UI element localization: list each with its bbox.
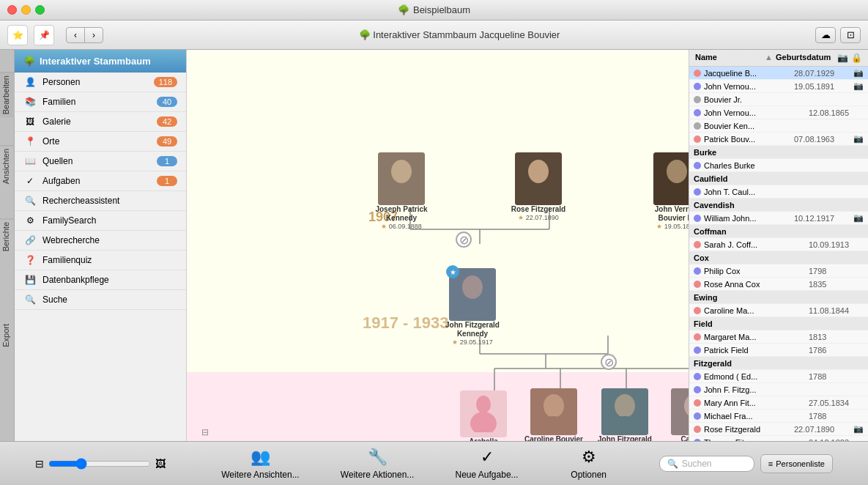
person-rose-date: ★ 22.07.1890 (505, 214, 571, 221)
optionen-button[interactable]: ⚙ Optionen (560, 448, 618, 480)
list-item[interactable]: John F. Fitzg... (689, 383, 868, 396)
person-john-bouvier[interactable]: John Vernou Bouvier III. ★ 19.05.1891 (644, 152, 689, 230)
list-item[interactable]: Michael Fra... 1788 (689, 410, 868, 423)
sidebar-item-galerie[interactable]: 🖼 Galerie 42 (15, 112, 186, 132)
sidebar-item-aufgaben[interactable]: ✓ Aufgaben 1 (15, 171, 186, 191)
gallery-icon: 🖼 (23, 116, 37, 127)
person-joseph-kennedy[interactable]: Joseph Patrick Kennedy ★ 06.09.1888 (368, 152, 434, 230)
person-rose-fitzgerald[interactable]: Rose Fitzgerald ★ 22.07.1890 (505, 152, 571, 221)
section-header-fitzgerald: Fitzgerald (689, 357, 868, 370)
list-item[interactable]: Margaret Ma... 1813 (689, 330, 868, 344)
tasks-icon: ✓ (23, 176, 37, 186)
titlebar: 🌳 Beispielbaum (0, 0, 868, 21)
person-dot (694, 399, 701, 407)
sidebar-item-recherche[interactable]: 🔍 Rechercheassistent (15, 191, 186, 211)
zoom-in-icon[interactable]: 🖼 (155, 458, 166, 470)
tree-area[interactable]: 1917 - 1933 1956 - 1966 1907 ⊘ ⊘ ⊘ ⊘ Jos… (187, 50, 689, 441)
zoom-out-icon[interactable]: ⊟ (35, 458, 44, 470)
sidebar-label-quiz: Familienquiz (42, 255, 177, 265)
list-item[interactable]: Rose Anna Cox 1835 (689, 278, 868, 291)
list-item[interactable]: John Vernou... 19.05.1891 📷 (689, 80, 868, 93)
search-input[interactable]: 🔍 Suchen (659, 456, 754, 472)
maximize-button[interactable] (35, 5, 45, 15)
sidebar-item-webrecherche[interactable]: 🔗 Webrecherche (15, 231, 186, 251)
person-arabella[interactable]: Arabella Kennedy ★ 1956 (454, 390, 513, 441)
list-item[interactable]: Jacqueline B... 28.07.1929 📷 (689, 67, 868, 80)
sources-icon: 📖 (23, 156, 37, 166)
sidebar-item-orte[interactable]: 📍 Orte 49 (15, 132, 186, 152)
sidebar-item-familienquiz[interactable]: ❓ Familienquiz (15, 251, 186, 270)
list-item[interactable]: John Vernou... 12.08.1865 (689, 106, 868, 119)
sidebar-badge-quellen: 1 (157, 156, 177, 166)
person-carolyn-name: Carolyn BESSETTE (661, 435, 689, 441)
list-item[interactable]: William John... 10.12.1917 📷 (689, 212, 868, 225)
pin-button[interactable]: 📌 (34, 25, 54, 45)
optionen-icon: ⚙ (582, 448, 596, 467)
personlist-button[interactable]: ≡ Personenliste (760, 454, 833, 473)
section-header-caulfield: Caulfield (689, 172, 868, 185)
list-item[interactable]: Sarah J. Coff... 10.09.1913 (689, 238, 868, 251)
list-item[interactable]: Caroline Ma... 11.08.1844 (689, 304, 868, 317)
list-item[interactable]: Bouvier Ken... (689, 119, 868, 133)
sidebar-item-datenbankpflege[interactable]: 💾 Datenbankpflege (15, 270, 186, 290)
location-icon: 📍 (23, 136, 37, 147)
person-dot (694, 215, 701, 222)
section-header-ewing: Ewing (689, 291, 868, 304)
sidebar-item-quellen[interactable]: 📖 Quellen 1 (15, 152, 186, 171)
sidebar-badge-personen: 118 (154, 77, 177, 87)
person-dot (694, 96, 701, 103)
person-carolyn-bessette[interactable]: Carolyn BESSETTE ★ 07.01.1966 (661, 388, 689, 441)
person-dot (694, 307, 701, 314)
neue-aufgabe-button[interactable]: ✓ Neue Aufgabe... (455, 448, 518, 480)
sidebar-item-familien[interactable]: 📚 Familien 40 (15, 92, 186, 112)
person-arabella-name: Arabella Kennedy (454, 437, 513, 441)
forward-button[interactable]: › (84, 27, 103, 43)
list-item[interactable]: Patrick Bouv... 07.08.1963 📷 (689, 133, 868, 146)
minimize-button[interactable] (21, 5, 31, 15)
ansichten-label: Weitere Ansichten... (221, 470, 300, 480)
sidebar-item-familysearch[interactable]: ⚙ FamilySearch (15, 211, 186, 231)
bottom-toolbar: ⊟ 🖼 👥 Weitere Ansichten... 🔧 Weitere Akt… (0, 441, 868, 485)
list-item[interactable]: Rose Fitzgerald 22.07.1890 📷 (689, 423, 868, 436)
list-item[interactable]: Patrick Field 1786 (689, 344, 868, 357)
window-button[interactable]: ⊡ (840, 27, 861, 43)
star-button[interactable]: ⭐ (7, 25, 28, 45)
aktionen-icon: 🔧 (368, 448, 387, 467)
list-item[interactable]: Edmond ( Ed... 1788 (689, 370, 868, 383)
cloud-button[interactable]: ☁ (815, 27, 836, 43)
weitere-ansichten-button[interactable]: 👥 Weitere Ansichten... (221, 448, 300, 480)
person-jfk[interactable]: ★ John Fitzgerald Kennedy ★ 29.05.1917 (436, 268, 509, 346)
svg-point-19 (391, 160, 412, 183)
close-button[interactable] (7, 5, 17, 15)
tab-bearbeiten[interactable]: Bearbeiten (0, 72, 15, 117)
list-item[interactable]: Bouvier Jr. (689, 93, 868, 106)
list-item[interactable]: Charles Burke (689, 159, 868, 172)
person-icon: 👤 (23, 77, 37, 87)
list-item[interactable]: Mary Ann Fit... 27.05.1834 (689, 396, 868, 410)
zoom-slider[interactable] (48, 458, 151, 470)
list-item[interactable]: Philip Cox 1798 (689, 264, 868, 278)
back-button[interactable]: ‹ (66, 27, 85, 43)
tab-export[interactable]: Export (0, 321, 15, 350)
tab-ansichten[interactable]: Ansichten (0, 145, 15, 187)
sidebar-item-suche[interactable]: 🔍 Suche (15, 290, 186, 310)
list-item[interactable]: Thomas Fitz... 04.12.1823 (689, 436, 868, 441)
sidebar-item-personen[interactable]: 👤 Personen 118 (15, 73, 186, 92)
person-caroline-kennedy[interactable]: Caroline Bouvier (Kennedy) ★ 27.11.1957 (521, 388, 587, 441)
person-dot (694, 333, 701, 341)
weitere-aktionen-button[interactable]: 🔧 Weitere Aktionen... (341, 448, 415, 480)
person-jfk-jr[interactable]: John Fitzgerald Kennedy JR ★ 25.11.1960 (592, 388, 658, 441)
aktionen-label: Weitere Aktionen... (341, 470, 415, 480)
person-joseph-date: ★ 06.09.1888 (368, 223, 434, 230)
person-dot (694, 122, 701, 130)
sidebar-label-aufgaben: Aufgaben (42, 176, 151, 186)
web-icon: 🔗 (23, 235, 37, 245)
list-item[interactable]: John T. Caul... (689, 185, 868, 199)
tab-berichte[interactable]: Berichte (0, 218, 15, 254)
person-dot (694, 70, 701, 77)
person-bouvier-name: John Vernou Bouvier III. (644, 205, 689, 223)
section-header-burke: Burke (689, 146, 868, 159)
person-list-body[interactable]: Jacqueline B... 28.07.1929 📷 John Vernou… (689, 67, 868, 441)
couple-marker-3: ⊘ (601, 354, 617, 370)
section-header-cox: Cox (689, 251, 868, 264)
